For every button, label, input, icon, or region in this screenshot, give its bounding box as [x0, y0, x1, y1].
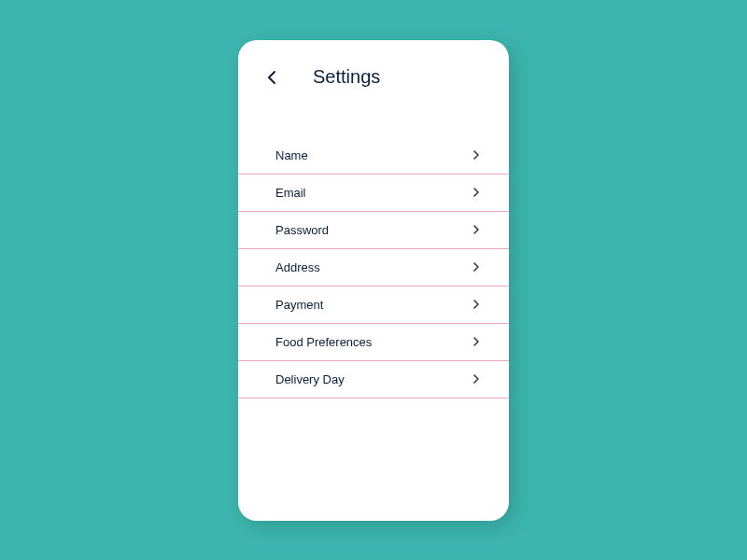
back-button[interactable]	[261, 66, 283, 89]
chevron-right-icon	[470, 186, 483, 199]
settings-list: Name Email Password Address Payment	[238, 137, 509, 399]
settings-item-name[interactable]: Name	[238, 137, 509, 175]
settings-item-label: Password	[275, 223, 329, 237]
settings-item-food-preferences[interactable]: Food Preferences	[238, 324, 509, 361]
settings-item-label: Address	[275, 260, 320, 274]
settings-item-label: Name	[275, 148, 308, 162]
settings-item-label: Payment	[275, 298, 323, 312]
chevron-left-icon	[267, 70, 276, 85]
chevron-right-icon	[470, 335, 483, 348]
settings-item-delivery-day[interactable]: Delivery Day	[238, 361, 509, 399]
chevron-right-icon	[470, 148, 483, 161]
chevron-right-icon	[470, 260, 483, 273]
settings-item-payment[interactable]: Payment	[238, 287, 509, 324]
chevron-right-icon	[470, 298, 483, 311]
settings-item-password[interactable]: Password	[238, 212, 509, 249]
settings-item-email[interactable]: Email	[238, 175, 509, 212]
chevron-right-icon	[470, 223, 483, 236]
settings-item-label: Food Preferences	[275, 335, 372, 349]
settings-item-label: Delivery Day	[275, 372, 345, 386]
settings-item-address[interactable]: Address	[238, 249, 509, 287]
settings-item-label: Email	[275, 186, 306, 200]
header: Settings	[238, 40, 509, 104]
settings-screen: Settings Name Email Password Address	[238, 40, 509, 521]
chevron-right-icon	[470, 372, 483, 385]
page-title: Settings	[313, 66, 380, 88]
